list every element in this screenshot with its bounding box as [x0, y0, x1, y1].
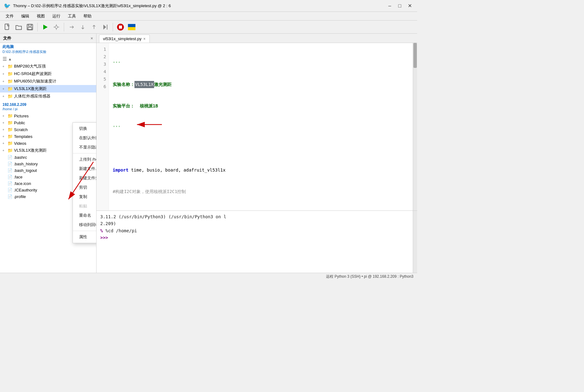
local-item-bmp280[interactable]: + 📁 BMP280大气压强	[0, 63, 96, 70]
expand-icon: +	[2, 72, 6, 76]
ctx-trash[interactable]: 移动到回收站	[73, 220, 97, 229]
code-line-i2c: c = busio.I2C(board.SCL1, board.SDA1)	[113, 209, 409, 210]
line-numbers: 1 2 3 4 5 6	[97, 43, 109, 210]
local-label: 此电脑	[2, 45, 14, 49]
stop-button[interactable]	[115, 22, 125, 32]
local-item-infrared[interactable]: + 📁 人体红外感应传感器	[0, 92, 96, 100]
ctx-paste[interactable]: 粘贴	[73, 201, 97, 211]
file-icon: 📄	[7, 155, 12, 160]
line-num-6: 6	[97, 83, 109, 90]
status-bar: 远程 Python 3 (SSH) • pi @ 192.168.2.209 :…	[0, 273, 417, 280]
terminal-line-cd: % %cd /home/pi	[100, 227, 409, 234]
svg-rect-13	[119, 26, 122, 29]
local-section-header[interactable]: 此电脑 D:\02-示例程序\2.传感器实验	[0, 43, 96, 55]
ctx-switch[interactable]: 切换	[73, 124, 97, 133]
step-into-button[interactable]	[78, 22, 88, 32]
remote-section-header[interactable]: 192.168.2.209 /home / pi	[0, 101, 96, 112]
app-icon: 🐦	[4, 2, 11, 9]
line-num-7	[97, 90, 109, 98]
terminal-line-python: 3.11.2 (/usr/bin/Python3) (/usr/bin/Pyth…	[100, 213, 409, 220]
svg-rect-15	[128, 27, 135, 30]
menu-edit[interactable]: 编辑	[18, 13, 32, 20]
terminal-scrollbar[interactable]	[413, 211, 417, 273]
resume-button[interactable]	[100, 22, 110, 32]
item-label: .face.icon	[14, 181, 31, 186]
ctx-copy[interactable]: 复制	[73, 192, 97, 201]
remote-label: 192.168.2.209	[2, 102, 26, 107]
local-item-hcsr04[interactable]: + 📁 HC-SR04超声波测距	[0, 70, 96, 78]
local-menu-icon[interactable]: ☰	[2, 56, 7, 62]
editor-scrollbar[interactable]	[413, 43, 417, 210]
code-text: 实验名称：	[113, 81, 134, 88]
tab-simpletest[interactable]: vl53l1x_simpletest.py ×	[99, 35, 150, 43]
item-label: .ICEauthority	[14, 188, 37, 192]
tab-close-button[interactable]: ×	[144, 37, 146, 41]
line-num-4: 4	[97, 68, 109, 75]
local-scroll-up[interactable]: ▲	[8, 57, 12, 61]
item-label: HC-SR04超声波测距	[14, 71, 52, 77]
terminal-prompt: %	[100, 228, 106, 233]
code-text: 激光测距	[154, 81, 172, 88]
item-label: .bash_history	[14, 162, 38, 166]
new-file-button[interactable]	[2, 22, 12, 32]
menu-view[interactable]: 视图	[34, 13, 48, 20]
local-item-vl53l1x[interactable]: + 📁 VL53L1X激光测距	[0, 85, 96, 92]
ctx-new-file[interactable]: 新建文件...	[73, 164, 97, 173]
code-line-1: '''	[113, 59, 409, 67]
svg-marker-10	[103, 25, 106, 30]
remote-item-pictures[interactable]: + 📁 Pictures	[0, 112, 96, 119]
step-out-button[interactable]	[89, 22, 99, 32]
svg-rect-2	[28, 24, 31, 26]
toolbar-separator-1	[37, 23, 38, 31]
editor-area: 1 2 3 4 5 6 ''' 实验名称：VL53L1X激光测距 实验平台： 核…	[97, 43, 417, 210]
bottom-panel: 3.11.2 (/usr/bin/Python3) (/usr/bin/Pyth…	[97, 210, 417, 273]
title-bar-left: 🐦 Thonny – D:\02-示例程序\2.传感器实验\VL53L1X激光测…	[4, 2, 171, 9]
folder-icon: 📁	[7, 113, 13, 118]
menu-tools[interactable]: 工具	[65, 13, 79, 20]
line-num-8	[97, 98, 109, 105]
expand-icon: +	[2, 80, 6, 83]
left-panel: 文件 × 此电脑 D:\02-示例程序\2.传感器实验 ☰ ▲ + 📁 BMP2…	[0, 34, 97, 273]
item-label: .face	[14, 175, 22, 179]
code-text: 控制	[177, 188, 186, 195]
local-item-mpu6050[interactable]: + 📁 MPU6050六轴加速度计	[0, 78, 96, 85]
open-file-button[interactable]	[14, 22, 24, 32]
file-icon: 📄	[7, 168, 12, 173]
save-button[interactable]	[25, 22, 35, 32]
expand-icon: +	[2, 121, 6, 125]
ctx-cut[interactable]: 剪切	[73, 183, 97, 192]
ctx-upload[interactable]: 上传到 /home/pi	[73, 155, 97, 164]
debug-button[interactable]	[51, 22, 61, 32]
terminal-text: 2.209)	[100, 221, 116, 226]
terminal-content[interactable]: 3.11.2 (/usr/bin/Python3) (/usr/bin/Pyth…	[97, 211, 413, 273]
item-label: Videos	[14, 141, 26, 146]
terminal-line-prompt: >>>	[100, 234, 409, 241]
title-text: Thonny – D:\02-示例程序\2.传感器实验\VL53L1X激光测距\…	[13, 3, 171, 9]
menu-run[interactable]: 运行	[49, 13, 64, 20]
item-label: Templates	[14, 134, 32, 139]
ctx-hide-hidden[interactable]: 不显示隐藏文件	[73, 143, 97, 152]
title-bar-controls: – □ ✕	[386, 2, 413, 10]
ctx-open-external[interactable]: 在默认外部应用中打开	[73, 133, 97, 143]
remote-path: /home / pi	[2, 107, 17, 111]
item-label: .profile	[14, 194, 26, 199]
close-button[interactable]: ✕	[406, 2, 413, 10]
run-button[interactable]	[40, 22, 50, 32]
files-panel-close[interactable]: ×	[91, 36, 93, 41]
ctx-separator-1	[73, 153, 97, 153]
item-label: VL53L1X激光测距	[14, 86, 47, 92]
maximize-button[interactable]: □	[396, 2, 403, 10]
code-editor[interactable]: ''' 实验名称：VL53L1X激光测距 实验平台： 核桃派1B ''' imp…	[109, 43, 413, 210]
step-over-button[interactable]	[67, 22, 77, 32]
ctx-rename[interactable]: 重命名	[73, 211, 97, 220]
ctx-properties[interactable]: 属性	[73, 232, 97, 242]
flag-button[interactable]	[127, 22, 137, 32]
minimize-button[interactable]: –	[386, 2, 393, 10]
menu-help[interactable]: 帮助	[80, 13, 95, 20]
terminal-text: %cd /home/pi	[106, 228, 137, 233]
line-num-5: 5	[97, 75, 109, 83]
line-num-3: 3	[97, 60, 109, 68]
ctx-new-folder[interactable]: 新建文件夹...	[73, 173, 97, 183]
menu-file[interactable]: 文件	[2, 13, 17, 20]
code-text: '''	[113, 60, 120, 67]
